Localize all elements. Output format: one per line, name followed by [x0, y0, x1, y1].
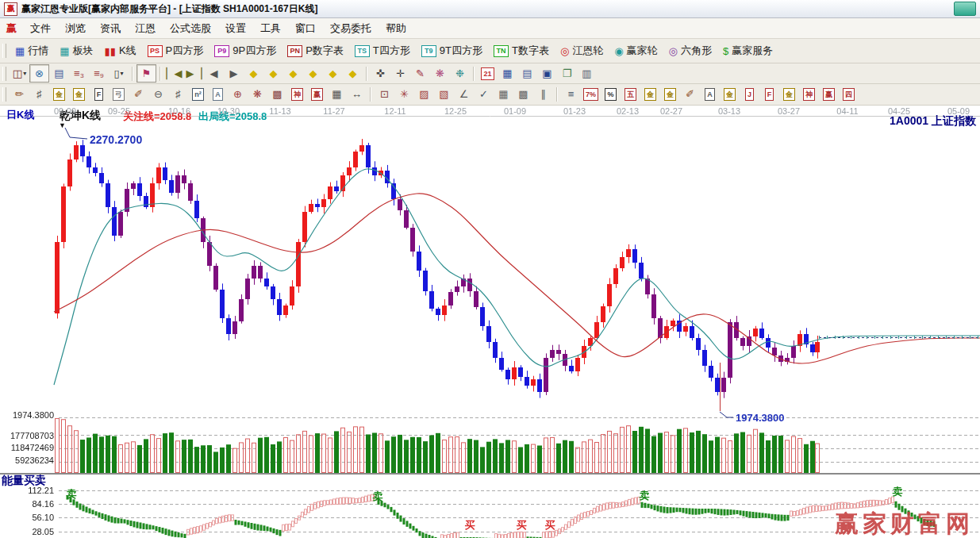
f-ruler-icon[interactable]: F	[89, 86, 109, 104]
toolbar-button-9T四方形[interactable]: T99T四方形	[416, 42, 488, 60]
gold-angle-icon[interactable]: 金	[779, 86, 799, 104]
clipboard-icon[interactable]: ▤	[49, 64, 69, 83]
gold-line-icon[interactable]: 金	[660, 86, 680, 104]
percent-7-icon[interactable]: 7%	[581, 86, 601, 104]
network-icon[interactable]: ⊗	[29, 64, 49, 83]
f-angle-icon[interactable]: F	[759, 86, 779, 104]
calendar-icon[interactable]: 21	[478, 64, 498, 83]
five-line-icon[interactable]: 五	[621, 86, 640, 104]
hand-tool-icon[interactable]: ✜	[371, 64, 390, 83]
gold-circle-icon[interactable]: 金	[640, 86, 660, 104]
toolbar-button-行情[interactable]: ▦行情	[10, 42, 54, 60]
n-squared-icon[interactable]: n²	[188, 86, 208, 104]
grid-tool-2-icon[interactable]: ▩	[513, 86, 533, 104]
toolbar-grip[interactable]	[2, 44, 6, 58]
steps-tool-icon[interactable]: ≡	[561, 86, 581, 104]
grid-tool-icon[interactable]: ▦	[494, 86, 513, 104]
step-forward-icon[interactable]: ▶	[224, 64, 244, 83]
toolbar-button-赢家轮[interactable]: ◉赢家轮	[609, 42, 663, 60]
bars-9-icon[interactable]: ≡₉	[89, 64, 109, 83]
menu-item-帮助[interactable]: 帮助	[379, 20, 413, 37]
a-fan-icon[interactable]: A	[208, 86, 228, 104]
pencil-2-icon[interactable]: ✐	[129, 86, 148, 104]
check-lines-icon[interactable]: ✓	[474, 86, 494, 104]
pencil-3-icon[interactable]: ✐	[680, 86, 700, 104]
toolbar-button-T数字表[interactable]: TNT数字表	[488, 42, 555, 60]
copy-icon[interactable]: ❐	[557, 64, 577, 83]
compass-icon[interactable]: ⊖	[148, 86, 168, 104]
calculator-icon[interactable]: ▦	[498, 64, 517, 83]
gann-web-tool-icon[interactable]: ❋	[430, 64, 450, 83]
buy-signal: 买	[465, 518, 475, 532]
four-angle-icon[interactable]: 四	[839, 86, 859, 104]
menu-item-浏览[interactable]: 浏览	[58, 20, 93, 37]
zoom-tool-1-icon[interactable]: ◆	[244, 64, 263, 83]
toolbar-button-T四方形[interactable]: TST四方形	[349, 42, 416, 60]
toolbar-button-9P四方形[interactable]: P99P四方形	[209, 42, 282, 60]
zoom-tool-3-icon[interactable]: ◆	[283, 64, 303, 83]
toolbar-button-K线[interactable]: ▮▮K线	[99, 42, 142, 60]
draw-tool-icon[interactable]: ✎	[410, 64, 430, 83]
menu-item-文件[interactable]: 文件	[23, 20, 58, 37]
kline-chart-canvas[interactable]	[0, 106, 980, 538]
toolbar-button-六角形[interactable]: ◎六角形	[663, 42, 717, 60]
period-selector-icon[interactable]: ◫▾	[10, 64, 29, 83]
window-control-button[interactable]	[954, 2, 976, 16]
step-back-icon[interactable]: ◀	[204, 64, 224, 83]
color-flag-icon[interactable]: ⚑	[136, 64, 156, 83]
zoom-tool-2-icon[interactable]: ◆	[263, 64, 283, 83]
menu-item-交易委托[interactable]: 交易委托	[323, 20, 379, 37]
ying-tool-icon[interactable]: 赢	[307, 86, 327, 104]
fan-lines-icon[interactable]: ✳	[394, 86, 414, 104]
gold-ruler-2-icon[interactable]: 金	[69, 86, 89, 104]
shen-angle-icon[interactable]: 神	[799, 86, 819, 104]
menu-item-工具[interactable]: 工具	[253, 20, 288, 37]
menu-item-公式选股[interactable]: 公式选股	[163, 20, 218, 37]
ying-angle-icon[interactable]: 赢	[819, 86, 839, 104]
pencil-icon[interactable]: ✏	[10, 86, 29, 104]
bars-3-icon[interactable]: ≡₃	[69, 64, 89, 83]
candle-style-icon[interactable]: ▯▾	[109, 64, 129, 83]
analysis-tool-icon[interactable]: ❉	[450, 64, 470, 83]
bow-tool-icon[interactable]: 弓	[109, 86, 129, 104]
menu-item-江恩[interactable]: 江恩	[128, 20, 163, 37]
fan-box-icon[interactable]: ▨	[414, 86, 434, 104]
toolbar-grip[interactable]	[2, 67, 6, 81]
skip-start-icon[interactable]: ▏◀	[164, 64, 184, 83]
hash-2-icon[interactable]: ♯	[168, 86, 188, 104]
toolbar-button-P四方形[interactable]: PSP四方形	[142, 42, 209, 60]
zoom-tool-6-icon[interactable]: ◆	[343, 64, 363, 83]
gold-ruler-1-icon[interactable]: 金	[49, 86, 69, 104]
angle-tool-icon[interactable]: ∠	[454, 86, 474, 104]
parallel-lines-icon[interactable]: ∥	[533, 86, 553, 104]
shen-tool-icon[interactable]: 神	[287, 86, 307, 104]
gold-underline-icon[interactable]: 金	[720, 86, 740, 104]
x-box-icon[interactable]: ▧	[434, 86, 454, 104]
zoom-tool-5-icon[interactable]: ◆	[323, 64, 343, 83]
menu-item-设置[interactable]: 设置	[218, 20, 253, 37]
toolbar-button-板块[interactable]: ▦板块	[54, 42, 98, 60]
ruler-123-icon[interactable]: ▦	[327, 86, 347, 104]
print-icon[interactable]: ▥	[577, 64, 597, 83]
hash-ruler-icon[interactable]: ♯	[29, 86, 49, 104]
menu-item-窗口[interactable]: 窗口	[288, 20, 323, 37]
square-web-icon[interactable]: ▩	[267, 86, 287, 104]
report-icon[interactable]: ▤	[517, 64, 537, 83]
toolbar-button-P数字表[interactable]: PNP数字表	[282, 42, 349, 60]
skip-end-icon[interactable]: ▶▕	[184, 64, 204, 83]
percent-icon[interactable]: %	[601, 86, 621, 104]
a-channel-icon[interactable]: A	[700, 86, 720, 104]
spider-web-icon[interactable]: ❋	[248, 86, 267, 104]
toolbar-button-赢家服务[interactable]: $赢家服务	[717, 42, 778, 60]
period-label[interactable]: 日K线	[6, 108, 34, 122]
j-angle-icon[interactable]: J	[740, 86, 759, 104]
toolbar-grip[interactable]	[2, 87, 6, 102]
toolbar-button-江恩轮[interactable]: ◎江恩轮	[555, 42, 609, 60]
zoom-tool-4-icon[interactable]: ◆	[303, 64, 323, 83]
save-icon[interactable]: ▣	[537, 64, 557, 83]
gann-circle-icon[interactable]: ⊕	[228, 86, 248, 104]
box-tool-icon[interactable]: ⊡	[375, 86, 394, 104]
crosshair-tool-icon[interactable]: ✛	[390, 64, 410, 83]
measure-horizontal-icon[interactable]: ↔	[347, 86, 367, 104]
menu-item-资讯[interactable]: 资讯	[93, 20, 128, 37]
